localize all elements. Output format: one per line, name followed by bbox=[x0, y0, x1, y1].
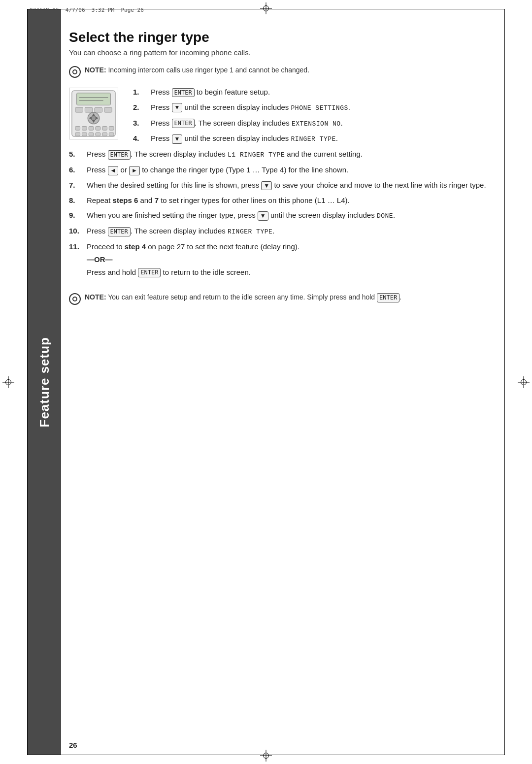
svg-rect-5 bbox=[85, 107, 93, 112]
step-3-text: Press ENTER. The screen display includes… bbox=[151, 118, 343, 129]
step-5-num: 5. bbox=[69, 149, 87, 160]
crosshair-top bbox=[260, 2, 272, 14]
svg-point-13 bbox=[92, 116, 96, 120]
step-9-text: When you are finished setting the ringer… bbox=[87, 210, 395, 221]
step-7: 7. When the desired setting for this lin… bbox=[69, 180, 498, 191]
svg-rect-6 bbox=[95, 107, 102, 112]
down-arrow-7: ▼ bbox=[261, 181, 272, 191]
border-right bbox=[504, 9, 505, 755]
svg-rect-18 bbox=[102, 126, 107, 130]
step-7-text: When the desired setting for this line i… bbox=[87, 180, 486, 191]
step-3-num: 3. bbox=[133, 118, 151, 129]
display-phone-settings: PHONE SETTINGS bbox=[291, 104, 348, 112]
step-5-text: Press ENTER. The screen display includes… bbox=[87, 149, 363, 160]
step-1: 1. Press ENTER to begin feature setup. bbox=[133, 87, 498, 98]
svg-rect-25 bbox=[109, 133, 114, 136]
step-4-num: 4. bbox=[133, 133, 151, 144]
step-6: 6. Press ◄ or ► to change the ringer typ… bbox=[69, 165, 498, 175]
enter-key-1: ENTER bbox=[172, 88, 195, 98]
down-arrow-9: ▼ bbox=[258, 211, 268, 221]
right-arrow-6: ► bbox=[129, 166, 140, 175]
border-bottom bbox=[27, 755, 505, 755]
step-3: 3. Press ENTER. The screen display inclu… bbox=[133, 118, 498, 129]
enter-key-10: ENTER bbox=[108, 227, 131, 236]
page-number: 26 bbox=[69, 741, 77, 749]
svg-rect-7 bbox=[104, 107, 112, 112]
down-arrow-2: ▼ bbox=[172, 103, 183, 112]
or-divider: —OR— bbox=[87, 254, 299, 265]
step-10-num: 10. bbox=[69, 226, 87, 236]
note1-box: NOTE: Incoming intercom calls use ringer… bbox=[69, 66, 498, 78]
svg-rect-20 bbox=[75, 133, 80, 136]
display-ringer-type-10: RINGER TYPE bbox=[228, 228, 272, 235]
step-2-text: Press ▼ until the screen display include… bbox=[151, 102, 350, 113]
enter-key-11: ENTER bbox=[138, 268, 161, 277]
enter-key-note2: ENTER bbox=[377, 293, 399, 302]
main-content: Select the ringer type You can choose a … bbox=[69, 30, 498, 734]
display-extension-no: EXTENSION NO bbox=[292, 120, 341, 128]
step-6-num: 6. bbox=[69, 165, 87, 175]
left-arrow-6: ◄ bbox=[108, 166, 119, 175]
svg-rect-16 bbox=[89, 126, 94, 130]
crosshair-right bbox=[518, 376, 530, 388]
display-done: DONE bbox=[377, 212, 393, 220]
step-8: 8. Repeat steps 6 and 7 to set ringer ty… bbox=[69, 195, 498, 206]
svg-rect-19 bbox=[109, 126, 114, 130]
step-2-num: 2. bbox=[133, 102, 151, 113]
phone-image bbox=[69, 88, 123, 142]
step-8-bold1: steps 6 bbox=[113, 196, 138, 204]
svg-rect-15 bbox=[82, 126, 87, 130]
note2-box: NOTE: You can exit feature setup and ret… bbox=[69, 293, 498, 305]
step-5: 5. Press ENTER. The screen display inclu… bbox=[69, 149, 498, 160]
enter-key-3: ENTER bbox=[172, 119, 195, 128]
svg-rect-21 bbox=[82, 133, 87, 136]
step-11-text: Proceed to step 4 on page 27 to set the … bbox=[87, 241, 299, 277]
svg-rect-23 bbox=[96, 133, 100, 136]
step-4-text: Press ▼ until the screen display include… bbox=[151, 133, 338, 144]
note1-icon bbox=[69, 66, 81, 78]
enter-key-5: ENTER bbox=[108, 150, 131, 160]
step-8-bold2: 7 bbox=[155, 196, 159, 204]
svg-rect-17 bbox=[96, 126, 100, 130]
step-2: 2. Press ▼ until the screen display incl… bbox=[133, 102, 498, 113]
note2-icon bbox=[69, 293, 81, 305]
note2-text: NOTE: You can exit feature setup and ret… bbox=[85, 293, 401, 302]
step-6-text: Press ◄ or ► to change the ringer type (… bbox=[87, 165, 348, 175]
page-title: Select the ringer type bbox=[69, 30, 498, 45]
sidebar-label: Feature setup bbox=[37, 337, 52, 428]
step-7-num: 7. bbox=[69, 180, 87, 191]
step-1-num: 1. bbox=[133, 87, 151, 98]
display-l1-ringer: L1 RINGER TYPE bbox=[228, 151, 285, 159]
sidebar: Feature setup bbox=[28, 9, 61, 755]
note1-icon-inner bbox=[72, 69, 77, 74]
note2-icon-inner bbox=[72, 297, 77, 301]
display-ringer-type-4: RINGER TYPE bbox=[291, 135, 336, 143]
note1-text: NOTE: Incoming intercom calls use ringer… bbox=[85, 66, 309, 75]
down-arrow-4: ▼ bbox=[172, 134, 183, 144]
step-11-bold: step 4 bbox=[125, 242, 146, 251]
step-8-num: 8. bbox=[69, 195, 87, 206]
step-4: 4. Press ▼ until the screen display incl… bbox=[133, 133, 498, 144]
svg-rect-14 bbox=[75, 126, 80, 130]
steps-list: 1. Press ENTER to begin feature setup. 2… bbox=[69, 87, 498, 277]
svg-rect-1 bbox=[77, 93, 111, 105]
step-9-num: 9. bbox=[69, 210, 87, 221]
svg-rect-24 bbox=[102, 133, 107, 136]
step-10-text: Press ENTER. The screen display includes… bbox=[87, 226, 274, 237]
step-1-text: Press ENTER to begin feature setup. bbox=[151, 87, 270, 98]
content-area: 1. Press ENTER to begin feature setup. 2… bbox=[69, 87, 498, 282]
svg-rect-22 bbox=[89, 133, 94, 136]
subtitle: You can choose a ring pattern for incomi… bbox=[69, 48, 498, 57]
step-11-or-block: —OR— Press and hold ENTER to return to t… bbox=[87, 254, 299, 278]
step-10: 10. Press ENTER. The screen display incl… bbox=[69, 226, 498, 237]
svg-rect-4 bbox=[75, 107, 83, 112]
crosshair-bottom bbox=[260, 750, 272, 762]
crosshair-left bbox=[2, 376, 14, 388]
step-9: 9. When you are finished setting the rin… bbox=[69, 210, 498, 221]
step-8-text: Repeat steps 6 and 7 to set ringer types… bbox=[87, 195, 350, 206]
step-11: 11. Proceed to step 4 on page 27 to set … bbox=[69, 241, 498, 277]
step-11-num: 11. bbox=[69, 241, 87, 252]
